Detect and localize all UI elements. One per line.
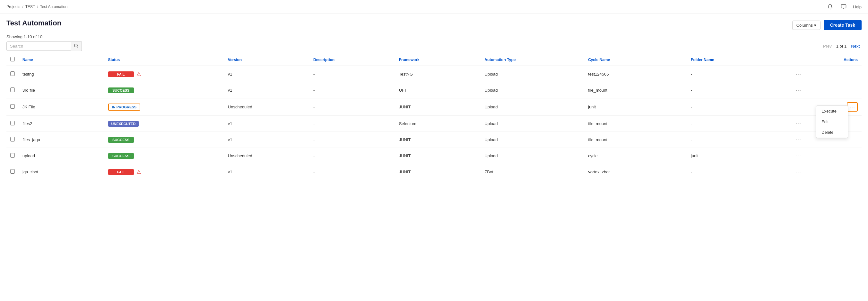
- cell-automationtype: Upload: [480, 148, 584, 164]
- col-header-version: Version: [224, 54, 309, 66]
- table-row: testng FAIL ⚠ v1 - TestNG Upload test124…: [6, 66, 862, 82]
- search-input[interactable]: [6, 42, 71, 51]
- cell-description: -: [309, 66, 395, 82]
- next-button[interactable]: Next: [849, 43, 862, 49]
- cell-framework: Selenium: [395, 116, 481, 132]
- row-checkbox[interactable]: [10, 169, 15, 174]
- status-badge: SUCCESS: [108, 87, 134, 93]
- page-title: Test Automation: [6, 19, 61, 27]
- cell-checkbox: [6, 82, 19, 99]
- actions-dots-button[interactable]: ···: [794, 120, 803, 128]
- cell-cyclename: cycle: [584, 148, 687, 164]
- notification-button[interactable]: [826, 3, 834, 11]
- cell-name: files_jaga: [19, 132, 104, 148]
- select-all-checkbox[interactable]: [10, 57, 15, 61]
- actions-dots-button[interactable]: ···: [794, 86, 803, 94]
- cell-cyclename: test124565: [584, 66, 687, 82]
- delete-menu-item[interactable]: Delete: [816, 127, 848, 138]
- cell-automationtype: Upload: [480, 66, 584, 82]
- status-badge: FAIL: [108, 72, 134, 77]
- cell-framework: TestNG: [395, 66, 481, 82]
- status-badge: IN PROGRESS: [108, 104, 140, 111]
- cell-actions: ···: [790, 148, 862, 164]
- cell-actions: ···: [790, 82, 862, 99]
- breadcrumb-projects[interactable]: Projects: [6, 4, 20, 9]
- cell-framework: JUNIT: [395, 164, 481, 180]
- showing-text: Showing 1-10 of 10: [6, 34, 42, 39]
- col-header-foldername: Folder Name: [687, 54, 790, 66]
- cell-automationtype: Upload: [480, 116, 584, 132]
- search-button[interactable]: [71, 41, 82, 51]
- page-container: Test Automation Columns ▾ Create Task Sh…: [0, 14, 868, 185]
- columns-button[interactable]: Columns ▾: [792, 21, 820, 30]
- cell-name: JK File: [19, 99, 104, 116]
- cell-checkbox: [6, 99, 19, 116]
- row-checkbox[interactable]: [10, 87, 15, 92]
- row-checkbox[interactable]: [10, 72, 15, 76]
- row-checkbox[interactable]: [10, 153, 15, 158]
- table-header: Name Status Version Description Framewor…: [6, 54, 862, 66]
- actions-dots-button[interactable]: ···: [794, 70, 803, 78]
- search-pagination-row: Prev 1 of 1 Next: [6, 41, 862, 51]
- cell-cyclename: file_mount: [584, 132, 687, 148]
- row-checkbox[interactable]: [10, 121, 15, 126]
- col-header-actions: Actions: [790, 54, 862, 66]
- row-checkbox[interactable]: [10, 137, 15, 141]
- col-checkbox: [6, 54, 19, 66]
- actions-dots-button[interactable]: ···: [847, 102, 858, 112]
- cell-cyclename: vortex_zbot: [584, 164, 687, 180]
- cell-status: FAIL ⚠: [104, 66, 224, 82]
- cell-automationtype: Upload: [480, 99, 584, 116]
- col-header-name: Name: [19, 54, 104, 66]
- cell-automationtype: Upload: [480, 132, 584, 148]
- tasks-table: Name Status Version Description Framewor…: [6, 54, 862, 180]
- svg-line-4: [77, 47, 78, 48]
- prev-button[interactable]: Prev: [821, 43, 834, 49]
- breadcrumb-test[interactable]: TEST: [25, 4, 35, 9]
- breadcrumb-current: Test Automation: [40, 4, 67, 9]
- cell-description: -: [309, 82, 395, 99]
- cell-framework: UFT: [395, 82, 481, 99]
- col-header-automationtype: Automation Type: [480, 54, 584, 66]
- cell-version: v1: [224, 164, 309, 180]
- table-row: JK File IN PROGRESS Unscheduled - JUNIT …: [6, 99, 862, 116]
- actions-dots-button[interactable]: ···: [794, 152, 803, 160]
- cell-foldername: -: [687, 82, 790, 99]
- cell-description: -: [309, 132, 395, 148]
- breadcrumb-sep-1: /: [22, 4, 23, 9]
- search-container: [6, 41, 82, 51]
- cell-description: -: [309, 116, 395, 132]
- actions-dots-button[interactable]: ···: [794, 136, 803, 144]
- cell-foldername: junit: [687, 148, 790, 164]
- cell-name: testng: [19, 66, 104, 82]
- status-badge: SUCCESS: [108, 137, 134, 143]
- edit-menu-item[interactable]: Edit: [816, 116, 848, 127]
- cell-description: -: [309, 164, 395, 180]
- cell-framework: JUNIT: [395, 148, 481, 164]
- top-actions: Help: [826, 3, 862, 11]
- table-row: 3rd file SUCCESS v1 - UFT Upload file_mo…: [6, 82, 862, 99]
- status-badge: SUCCESS: [108, 153, 134, 159]
- actions-dropdown: Execute Edit Delete: [816, 106, 848, 138]
- actions-dots-button[interactable]: ···: [794, 168, 803, 176]
- cell-status: SUCCESS: [104, 82, 224, 99]
- cell-checkbox: [6, 66, 19, 82]
- execute-menu-item[interactable]: Execute: [816, 106, 848, 116]
- cell-cyclename: junit: [584, 99, 687, 116]
- cell-foldername: -: [687, 99, 790, 116]
- cell-checkbox: [6, 132, 19, 148]
- table-row: jga_zbot FAIL ⚠ v1 - JUNIT ZBot vortex_z…: [6, 164, 862, 180]
- cell-description: -: [309, 99, 395, 116]
- screen-button[interactable]: [839, 3, 848, 11]
- cell-cyclename: file_mount: [584, 116, 687, 132]
- cell-foldername: -: [687, 116, 790, 132]
- create-task-button[interactable]: Create Task: [824, 20, 862, 30]
- col-header-status: Status: [104, 54, 224, 66]
- cell-status: IN PROGRESS: [104, 99, 224, 116]
- toolbar-right: Columns ▾ Create Task: [792, 20, 862, 30]
- warning-icon: ⚠: [136, 71, 141, 77]
- col-header-cyclename: Cycle Name: [584, 54, 687, 66]
- cell-description: -: [309, 148, 395, 164]
- row-checkbox[interactable]: [10, 104, 15, 109]
- table-container: Name Status Version Description Framewor…: [6, 54, 862, 180]
